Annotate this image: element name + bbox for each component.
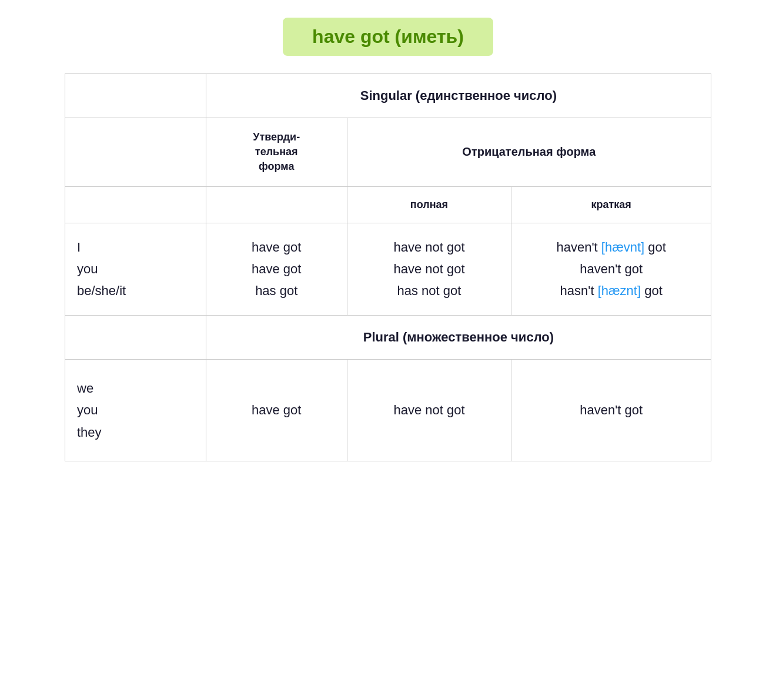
plural-empty-cell xyxy=(65,315,206,359)
sub-subheader-empty1 xyxy=(65,186,206,223)
short-line2: haven't got xyxy=(580,262,643,276)
subheader-row: Утверди-тельнаяформа Отрицательная форма xyxy=(65,118,711,187)
affirm-label: Утверди-тельнаяформа xyxy=(253,131,300,172)
plural-header-cell: Plural (множественное число) xyxy=(206,315,711,359)
singular-short-cell: haven't [hævnt] got haven't got hasn't [… xyxy=(511,223,711,315)
sub-subheader-empty2 xyxy=(206,186,347,223)
title-container: have got (иметь) xyxy=(65,18,711,56)
plural-polnaya-cell: have not got xyxy=(347,359,511,461)
plural-pronouns-cell: weyouthey xyxy=(65,359,206,461)
title-badge: have got (иметь) xyxy=(283,18,493,56)
plural-data-row: weyouthey have got have not got haven't … xyxy=(65,359,711,461)
short-line3-phonetic: [hæznt] xyxy=(598,283,641,298)
short-line3-suffix: got xyxy=(641,283,663,298)
singular-pronouns-cell: Iyoube/she/it xyxy=(65,223,206,315)
plural-header-row: Plural (множественное число) xyxy=(65,315,711,359)
short-line1-suffix: got xyxy=(644,240,666,254)
kratkaya-header-cell: краткая xyxy=(511,186,711,223)
singular-empty-cell xyxy=(65,74,206,118)
short-line1-prefix: haven't xyxy=(556,240,601,254)
singular-affirm-cell: have gothave gothas got xyxy=(206,223,347,315)
singular-header-cell: Singular (единственное число) xyxy=(206,74,711,118)
plural-short-cell: haven't got xyxy=(511,359,711,461)
short-line1-phonetic: [hævnt] xyxy=(601,240,644,254)
negative-header-cell: Отрицательная форма xyxy=(347,118,711,187)
page-container: have got (иметь) Singular (единственное … xyxy=(65,18,711,461)
plural-affirm-cell: have got xyxy=(206,359,347,461)
affirm-header-cell: Утверди-тельнаяформа xyxy=(206,118,347,187)
singular-polnaya-cell: have not gothave not gothas not got xyxy=(347,223,511,315)
main-table: Singular (единственное число) Утверди-те… xyxy=(65,73,711,461)
polnaya-header-cell: полная xyxy=(347,186,511,223)
singular-header-row: Singular (единственное число) xyxy=(65,74,711,118)
sub-subheader-row: полная краткая xyxy=(65,186,711,223)
short-line3-prefix: hasn't xyxy=(560,283,598,298)
subheader-empty-cell xyxy=(65,118,206,187)
singular-data-row: Iyoube/she/it have gothave gothas got ha… xyxy=(65,223,711,315)
